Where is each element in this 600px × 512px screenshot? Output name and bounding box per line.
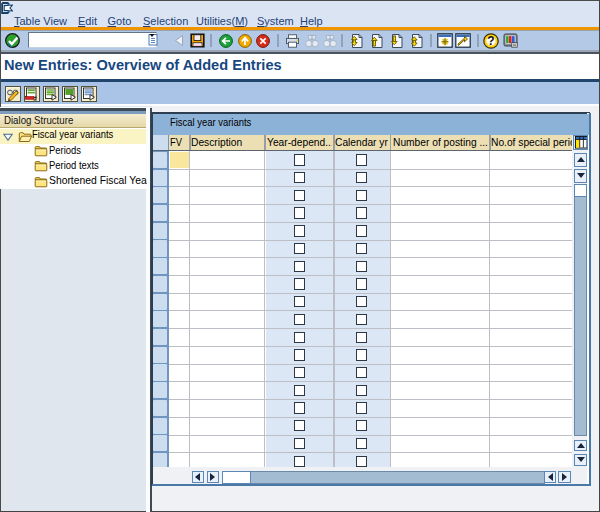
svg-text:?: ? [487,34,494,48]
